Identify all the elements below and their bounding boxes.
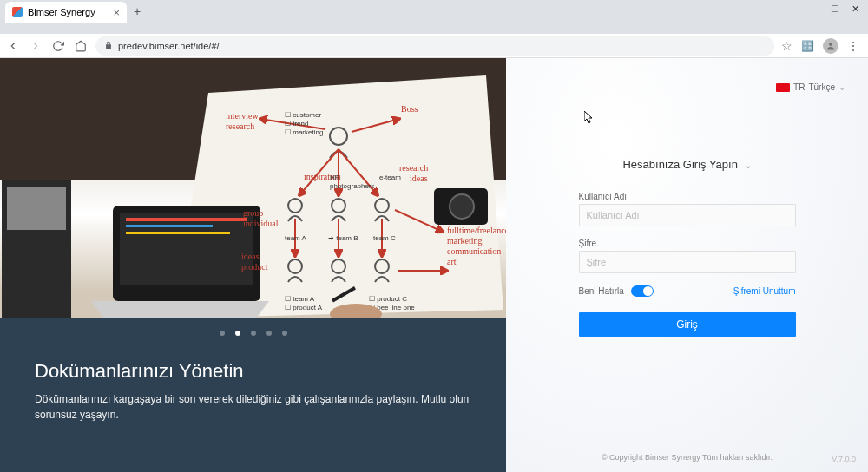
hero-title: Dokümanlarınızı Yönetin <box>35 360 471 383</box>
minimize-button[interactable]: — <box>809 3 819 15</box>
password-label: Şifre <box>579 239 796 248</box>
url-field[interactable]: predev.bimser.net/ide/#/ <box>95 36 774 56</box>
carousel-dots <box>0 318 506 348</box>
language-picker[interactable]: TR Türkçe ⌄ <box>776 82 845 92</box>
favicon <box>12 7 23 17</box>
svg-rect-7 <box>126 232 230 234</box>
svg-text:☐ product A: ☐ product A <box>285 304 323 311</box>
close-window-button[interactable]: ✕ <box>852 3 859 15</box>
login-heading[interactable]: Hesabınıza Giriş Yapın ⌄ <box>579 158 796 171</box>
svg-text:product: product <box>241 262 268 272</box>
svg-text:team A: team A <box>285 234 307 242</box>
reload-button[interactable] <box>50 38 66 54</box>
svg-text:marketing: marketing <box>447 236 483 246</box>
svg-text:team C: team C <box>373 234 396 242</box>
svg-text:HR: HR <box>330 174 340 181</box>
svg-text:☐ trend: ☐ trend <box>285 120 308 128</box>
chevron-down-icon: ⌄ <box>745 161 752 170</box>
hero-caption: Dokümanlarınızı Yönetin Dökümanlarınızı … <box>0 348 506 435</box>
svg-point-0 <box>829 43 832 46</box>
svg-text:group: group <box>243 208 263 218</box>
browser-tab[interactable]: Bimser Synergy × <box>5 2 127 23</box>
translate-icon[interactable]: 🔠 <box>801 40 814 52</box>
profile-icon[interactable] <box>823 38 838 54</box>
tab-bar: Bimser Synergy × + — ☐ ✕ <box>0 0 868 23</box>
address-bar: predev.bimser.net/ide/#/ ☆ 🔠 ⋮ <box>0 34 868 58</box>
svg-text:art: art <box>447 257 457 266</box>
dot-1[interactable] <box>235 331 240 336</box>
svg-text:☐ marketing: ☐ marketing <box>285 128 323 136</box>
svg-text:e-team: e-team <box>379 174 401 181</box>
dot-0[interactable] <box>220 331 225 336</box>
svg-text:Boss: Boss <box>401 104 418 114</box>
version-text: V.7.0.0 <box>832 455 856 463</box>
back-button[interactable] <box>5 38 21 54</box>
lang-label: Türkçe <box>808 82 835 92</box>
username-label: Kullanıcı Adı <box>579 192 796 201</box>
close-tab-icon[interactable]: × <box>113 6 120 19</box>
svg-text:➜ team B: ➜ team B <box>328 234 358 242</box>
window-controls: — ☐ ✕ <box>809 0 868 15</box>
svg-rect-5 <box>126 218 247 221</box>
svg-text:fulltime/freelance: fulltime/freelance <box>447 226 506 235</box>
svg-rect-4 <box>120 213 253 285</box>
dot-3[interactable] <box>266 331 272 336</box>
svg-text:research: research <box>399 163 428 173</box>
svg-rect-12 <box>7 187 66 230</box>
remember-label: Beni Hatırla <box>579 286 624 296</box>
dot-4[interactable] <box>282 331 287 336</box>
login-button[interactable]: Giriş <box>579 312 796 337</box>
forgot-password-link[interactable]: Şifremi Unuttum <box>733 286 796 296</box>
svg-text:photographers: photographers <box>330 182 375 190</box>
dot-2[interactable] <box>251 331 256 336</box>
username-input[interactable] <box>579 204 796 226</box>
svg-point-10 <box>450 194 474 219</box>
copyright-text: © Copyright Bimser Synergy Tüm hakları s… <box>602 453 773 462</box>
hero-panel: interview research Boss research ideas g… <box>0 58 506 472</box>
svg-text:interview: interview <box>226 111 260 121</box>
home-button[interactable] <box>73 38 89 54</box>
lock-icon <box>104 41 113 51</box>
hero-image: interview research Boss research ideas g… <box>0 58 506 318</box>
svg-text:communication: communication <box>447 246 501 256</box>
remember-me: Beni Hatırla <box>579 285 654 297</box>
maximize-button[interactable]: ☐ <box>831 3 839 15</box>
hero-subtitle: Dökümanlarınızı kargaşaya bir son verere… <box>35 391 471 423</box>
url-text: predev.bimser.net/ide/#/ <box>118 41 220 51</box>
svg-rect-6 <box>126 225 213 227</box>
login-form: Hesabınıza Giriş Yapın ⌄ Kullanıcı Adı Ş… <box>579 158 796 337</box>
browser-chrome: Bimser Synergy × + — ☐ ✕ <box>0 0 868 34</box>
footer: © Copyright Bimser Synergy Tüm hakları s… <box>506 453 868 472</box>
new-tab-button[interactable]: + <box>134 4 141 18</box>
svg-text:☐ product C: ☐ product C <box>369 295 407 303</box>
forward-button[interactable] <box>28 38 43 54</box>
svg-text:research: research <box>226 121 254 131</box>
svg-text:ideas: ideas <box>241 252 260 261</box>
login-panel: TR Türkçe ⌄ Hesabınıza Giriş Yapın ⌄ Kul… <box>506 58 868 472</box>
star-icon[interactable]: ☆ <box>781 39 792 53</box>
svg-marker-8 <box>91 301 269 318</box>
tab-title: Bimser Synergy <box>28 7 95 17</box>
svg-text:☐ team A: ☐ team A <box>285 295 315 303</box>
remember-toggle[interactable] <box>631 285 654 297</box>
svg-text:☐ customer: ☐ customer <box>285 111 321 119</box>
chevron-down-icon: ⌄ <box>838 82 845 92</box>
menu-icon[interactable]: ⋮ <box>847 39 859 53</box>
lang-code: TR <box>793 82 805 92</box>
svg-text:individual: individual <box>243 219 279 228</box>
svg-text:ideas: ideas <box>410 174 428 183</box>
flag-icon <box>776 83 790 92</box>
password-input[interactable] <box>579 251 796 273</box>
